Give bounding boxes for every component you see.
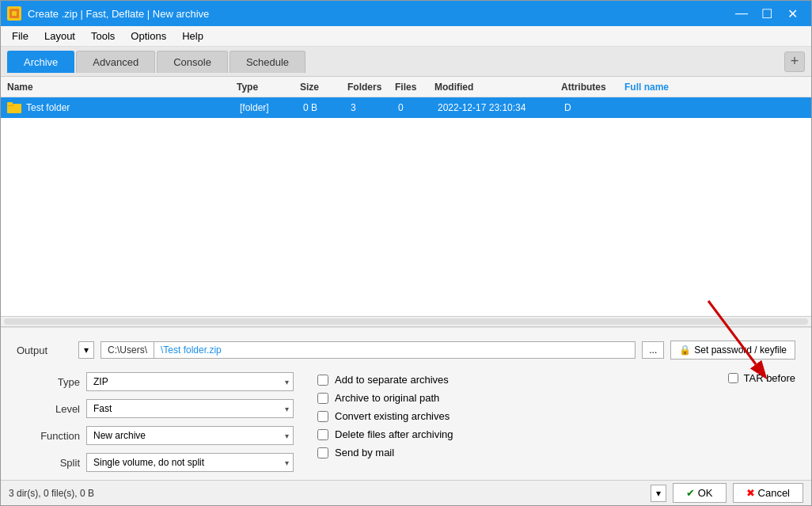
archive-original-checkbox[interactable] [317, 393, 328, 404]
col-folders: Folders [347, 82, 395, 93]
app-icon [7, 6, 21, 21]
form-grid: Type ZIP 7Z TAR ▾ Level [17, 372, 795, 472]
level-row: Level Fast Store Normal ▾ [17, 399, 294, 418]
output-dropdown-button[interactable]: ▾ [78, 341, 94, 359]
tar-before-checkbox[interactable] [728, 373, 738, 383]
add-separate-checkbox[interactable] [317, 375, 328, 386]
output-path-right: \Test folder.zip [154, 342, 635, 358]
send-mail-checkbox[interactable] [317, 447, 328, 458]
type-row: Type ZIP 7Z TAR ▾ [17, 372, 294, 391]
convert-existing-label: Convert existing archives [335, 410, 450, 422]
statusbar-right: ▾ ✔ OK ✖ Cancel [651, 483, 803, 503]
archive-original-label: Archive to original path [335, 392, 439, 404]
cancel-x-icon: ✖ [746, 487, 755, 499]
tar-before-label: TAR before [743, 372, 795, 384]
statusbar: 3 dir(s), 0 file(s), 0 B ▾ ✔ OK ✖ Cancel [1, 480, 811, 505]
send-mail-label: Send by mail [335, 447, 394, 458]
status-dropdown-button[interactable]: ▾ [651, 485, 666, 502]
delete-after-checkbox[interactable] [317, 429, 328, 440]
split-row: Split Single volume, do not split 10 MB … [17, 453, 294, 472]
output-path-left: C:\Users\ [101, 342, 154, 358]
function-row: Function New archive Add to archive Upda… [17, 426, 294, 445]
menu-tools[interactable]: Tools [83, 28, 123, 44]
form-left: Type ZIP 7Z TAR ▾ Level [17, 372, 294, 472]
col-modified: Modified [434, 82, 561, 93]
tar-before-row: TAR before [728, 372, 795, 384]
output-browse-button[interactable]: ... [642, 341, 664, 359]
delete-after-row: Delete files after archiving [317, 428, 795, 440]
cancel-button[interactable]: ✖ Cancel [733, 483, 803, 503]
archive-original-row: Archive to original path [317, 392, 795, 404]
menu-file[interactable]: File [4, 28, 36, 44]
convert-existing-row: Convert existing archives [317, 410, 795, 422]
table-row[interactable]: Test folder [folder] 0 B 3 0 2022-12-17 … [1, 97, 811, 118]
function-select-wrapper: New archive Add to archive Update archiv… [86, 426, 294, 445]
convert-existing-checkbox[interactable] [317, 411, 328, 422]
type-select-wrapper: ZIP 7Z TAR ▾ [86, 372, 294, 391]
col-fullname: Full name [624, 82, 669, 93]
col-files: Files [395, 82, 434, 93]
set-password-button[interactable]: 🔒 Set password / keyfile [670, 341, 795, 360]
type-label: Type [17, 376, 80, 388]
tab-console[interactable]: Console [157, 51, 228, 73]
maximize-button[interactable]: ☐ [754, 1, 780, 26]
ok-label: OK [698, 487, 713, 499]
close-button[interactable]: ✕ [780, 1, 805, 26]
col-name: Name [7, 82, 237, 93]
file-files: 0 [398, 102, 438, 113]
scrollbar-track [4, 318, 808, 325]
menu-help[interactable]: Help [174, 28, 211, 44]
ok-checkmark-icon: ✔ [686, 487, 695, 499]
col-size: Size [300, 82, 347, 93]
col-type: Type [237, 82, 300, 93]
ok-button[interactable]: ✔ OK [673, 483, 727, 503]
window-controls: — ☐ ✕ [729, 1, 805, 26]
tab-schedule[interactable]: Schedule [230, 51, 305, 73]
cancel-label: Cancel [758, 487, 790, 499]
svg-rect-2 [12, 11, 17, 16]
level-select-wrapper: Fast Store Normal ▾ [86, 399, 294, 418]
minimize-button[interactable]: — [729, 1, 754, 26]
config-panel: Output ▾ C:\Users\ \Test folder.zip ... … [1, 327, 811, 480]
file-list: Test folder [folder] 0 B 3 0 2022-12-17 … [1, 97, 811, 316]
password-btn-label: Set password / keyfile [694, 344, 787, 356]
window-title: Create .zip | Fast, Deflate | New archiv… [28, 8, 729, 20]
file-type: [folder] [240, 102, 303, 113]
col-attributes: Attributes [561, 82, 624, 93]
lock-icon: 🔒 [679, 344, 691, 356]
add-separate-label: Add to separate archives [335, 374, 449, 386]
file-folders: 3 [351, 102, 398, 113]
file-modified: 2022-12-17 23:10:34 [438, 102, 564, 113]
file-size: 0 B [303, 102, 351, 113]
status-text: 3 dir(s), 0 file(s), 0 B [9, 488, 94, 499]
svg-rect-5 [7, 102, 13, 105]
type-select[interactable]: ZIP 7Z TAR [86, 372, 294, 391]
function-label: Function [17, 430, 80, 442]
horizontal-scrollbar[interactable] [1, 316, 811, 327]
menubar: File Layout Tools Options Help [1, 26, 811, 47]
tabbar: Archive Advanced Console Schedule + [1, 47, 811, 77]
split-select[interactable]: Single volume, do not split 10 MB 100 MB [86, 453, 294, 472]
output-label: Output [17, 344, 72, 356]
function-select[interactable]: New archive Add to archive Update archiv… [86, 426, 294, 445]
folder-icon [7, 101, 21, 115]
add-separate-row: Add to separate archives [317, 374, 795, 386]
file-attributes: D [564, 102, 628, 113]
level-label: Level [17, 403, 80, 415]
send-mail-row: Send by mail [317, 447, 795, 458]
menu-options[interactable]: Options [123, 28, 174, 44]
split-select-wrapper: Single volume, do not split 10 MB 100 MB… [86, 453, 294, 472]
delete-after-label: Delete files after archiving [335, 428, 453, 440]
output-row: Output ▾ C:\Users\ \Test folder.zip ... … [17, 341, 795, 360]
add-tab-button[interactable]: + [784, 51, 805, 72]
tab-archive[interactable]: Archive [7, 51, 74, 73]
form-right: Add to separate archives Archive to orig… [317, 372, 795, 472]
menu-layout[interactable]: Layout [36, 28, 83, 44]
output-path-box: C:\Users\ \Test folder.zip [101, 341, 636, 359]
level-select[interactable]: Fast Store Normal [86, 399, 294, 418]
main-window: Create .zip | Fast, Deflate | New archiv… [0, 0, 812, 506]
tab-advanced[interactable]: Advanced [76, 51, 155, 73]
column-headers: Name Type Size Folders Files Modified At… [1, 77, 811, 97]
titlebar: Create .zip | Fast, Deflate | New archiv… [1, 1, 811, 26]
split-label: Split [17, 457, 80, 469]
